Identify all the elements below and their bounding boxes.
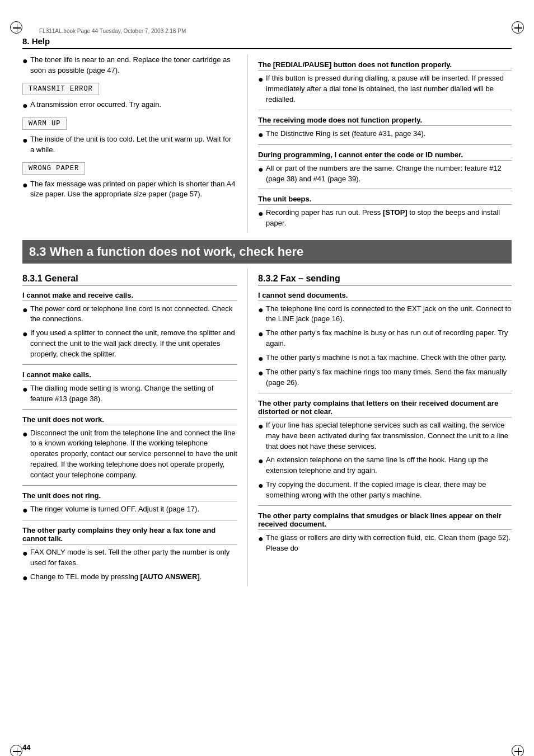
divider (22, 364, 237, 365)
list-item: ● The dialling mode setting is wrong. Ch… (22, 383, 237, 405)
item-text: The ringer volume is turned OFF. Adjust … (30, 504, 199, 515)
item-text: If this button is pressed during diallin… (266, 73, 512, 105)
bullet-dot: ● (22, 429, 30, 439)
list-item: ● If you used a splitter to connect the … (22, 328, 237, 360)
divider (258, 144, 512, 145)
item-text: The glass or rollers are dirty with corr… (266, 533, 512, 554)
list-item: ● An extension telephone on the same lin… (258, 455, 512, 476)
list-item: ● The glass or rollers are dirty with co… (258, 533, 512, 554)
right-column-top: The [REDIAL/PAUSE] button does not funct… (247, 55, 512, 232)
divider (258, 505, 512, 506)
divider (22, 520, 237, 520)
bullet-dot: ● (258, 208, 266, 219)
item-text: The telephone line cord is connected to … (266, 304, 512, 325)
list-item: ● FAX ONLY mode is set. Tell the other p… (22, 547, 237, 569)
subsection-head: During programming, I cannot enter the c… (258, 151, 512, 161)
corner-mark-br (512, 745, 524, 756)
item-text: An extension telephone on the same line … (266, 455, 512, 476)
corner-mark-tr (512, 21, 524, 34)
bullet-dot: ● (258, 74, 266, 84)
bullet-dot: ● (258, 421, 266, 431)
item-text: The other party's fax machine is busy or… (266, 328, 512, 349)
list-item: ● The ringer volume is turned OFF. Adjus… (22, 504, 237, 515)
item-text: The power cord or telephone line cord is… (30, 304, 237, 325)
bullet-dot: ● (22, 328, 30, 339)
list-item: ● If your line has special telephone ser… (258, 420, 512, 452)
list-item: ● If this button is pressed during diall… (258, 73, 512, 105)
list-item: ● Try copying the document. If the copie… (258, 480, 512, 501)
item-text: The Distinctive Ring is set (feature #31… (266, 129, 425, 139)
subsection-head: The other party complains that letters o… (258, 399, 512, 417)
bullet-dot: ● (258, 164, 266, 175)
item-text: The other party's machine is not a fax m… (266, 353, 507, 363)
subsection-head: The other party complains they only hear… (22, 526, 237, 544)
subsection-head: The unit does not work. (22, 415, 237, 425)
bullet-dot: ● (22, 55, 30, 66)
subsection-head: I cannot make and receive calls. (22, 291, 237, 301)
bullet-dot: ● (22, 135, 30, 145)
item-text: Recording paper has run out. Press [STOP… (266, 208, 512, 229)
item-text: The inside of the unit is too cold. Let … (30, 134, 237, 156)
sub-section-title-fax: 8.3.2 Fax – sending (258, 274, 512, 285)
item-text: Try copying the document. If the copied … (266, 480, 512, 501)
bullet-dot: ● (22, 548, 30, 558)
corner-mark-tl (10, 21, 22, 34)
list-item: ● The telephone line cord is connected t… (258, 304, 512, 325)
list-item: ● The Distinctive Ring is set (feature #… (258, 129, 512, 140)
divider (258, 110, 512, 110)
item-text: All or part of the numbers are the same.… (266, 163, 512, 185)
list-item: ● The fax message was printed on paper w… (22, 179, 237, 200)
subsection-head: The [REDIAL/PAUSE] button does not funct… (258, 60, 512, 71)
bullet-dot: ● (22, 100, 30, 111)
section-title: 8. Help (22, 36, 512, 49)
subsection-head: The unit does not ring. (22, 491, 237, 501)
item-text: If your line has special telephone servi… (266, 420, 512, 452)
bullet-dot: ● (22, 384, 30, 395)
corner-mark-bl (10, 745, 22, 756)
item-text: The other party's fax machine rings too … (266, 367, 512, 388)
code-box-warm-up: WARM UP (22, 118, 67, 130)
big-section-title: 8.3 When a function does not work, check… (22, 240, 512, 264)
code-box-transmit-error: TRANSMIT ERROR (22, 83, 99, 95)
subsection-head: I cannot send documents. (258, 291, 512, 301)
list-item: ● The power cord or telephone line cord … (22, 304, 237, 325)
list-item: ● Change to TEL mode by pressing [AUTO A… (22, 572, 237, 583)
bullet-dot: ● (258, 353, 266, 364)
item-text: Change to TEL mode by pressing [AUTO ANS… (30, 572, 202, 583)
item-text: The toner life is near to an end. Replac… (30, 55, 237, 76)
list-item: ● Disconnect the unit from the telephone… (22, 428, 237, 481)
list-item: ● The other party's fax machine is busy … (258, 328, 512, 349)
subsection-head: The unit beeps. (258, 195, 512, 205)
item-text: The fax message was printed on paper whi… (30, 179, 237, 200)
bullet-dot: ● (22, 505, 30, 515)
item-text: A transmission error occurred. Try again… (30, 100, 161, 110)
item-text: The dialling mode setting is wrong. Chan… (30, 383, 237, 405)
bullet-dot: ● (258, 129, 266, 140)
divider (22, 409, 237, 410)
top-two-col: ● The toner life is near to an end. Repl… (22, 55, 512, 232)
divider (258, 189, 512, 189)
header-meta: FL311AL.book Page 44 Tuesday, October 7,… (22, 28, 512, 34)
list-item: ● A transmission error occurred. Try aga… (22, 100, 237, 111)
item-text: If you used a splitter to connect the un… (30, 328, 237, 360)
list-item: ● Recording paper has run out. Press [ST… (258, 208, 512, 229)
sub-section-title: 8.3.1 General (22, 274, 237, 285)
main-two-col: 8.3.1 General I cannot make and receive … (22, 268, 512, 586)
page-number: 44 (22, 743, 30, 752)
divider (22, 485, 237, 486)
divider (258, 393, 512, 393)
bullet-dot: ● (258, 456, 266, 466)
item-text: FAX ONLY mode is set. Tell the other par… (30, 547, 237, 569)
list-item: ● The inside of the unit is too cold. Le… (22, 134, 237, 156)
code-box-wrong-paper: WRONG PAPER (22, 162, 85, 175)
list-item: ● The other party's machine is not a fax… (258, 353, 512, 364)
bullet-dot: ● (22, 304, 30, 315)
bullet-dot: ● (258, 533, 266, 544)
left-column: ● The toner life is near to an end. Repl… (22, 55, 247, 232)
subsection-head: The receiving mode does not function pro… (258, 116, 512, 126)
bullet-dot: ● (258, 328, 266, 339)
subsection-head: The other party complains that smudges o… (258, 511, 512, 530)
page: FL311AL.book Page 44 Tuesday, October 7,… (0, 11, 534, 756)
fax-section: 8.3.2 Fax – sending I cannot send docume… (247, 268, 512, 586)
bullet-dot: ● (258, 368, 266, 378)
